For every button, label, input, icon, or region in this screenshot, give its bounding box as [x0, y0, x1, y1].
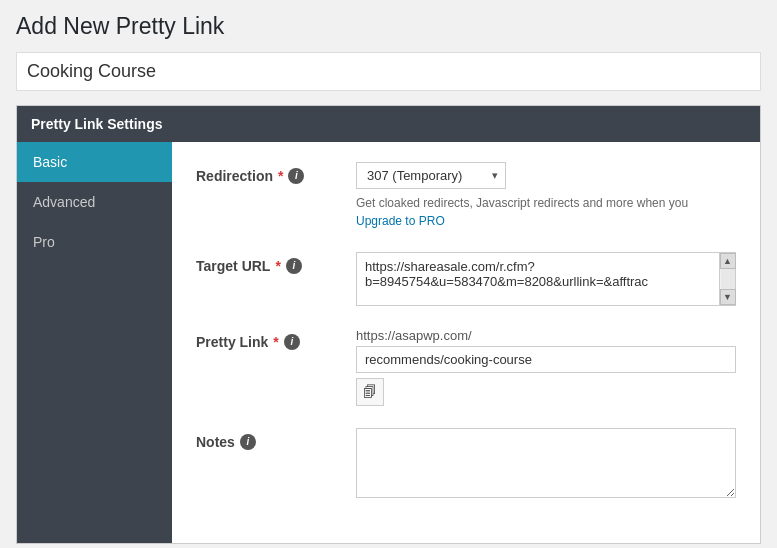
post-title-input[interactable]: [16, 52, 761, 91]
settings-panel: Pretty Link Settings Basic Advanced Pro: [16, 105, 761, 544]
pretty-link-base-url: https://asapwp.com/: [356, 328, 736, 343]
settings-panel-header: Pretty Link Settings: [17, 106, 760, 142]
notes-label: Notes i: [196, 428, 356, 450]
redirection-info-icon[interactable]: i: [288, 168, 304, 184]
target-url-row: Target URL* i https://shareasale.com/r.c…: [196, 252, 736, 306]
notes-control: [356, 428, 736, 501]
target-url-control: https://shareasale.com/r.cfm?b=8945754&u…: [356, 252, 736, 306]
sidebar-item-basic[interactable]: Basic: [17, 142, 172, 182]
redirection-row: Redirection* i 301 (Permanent) 302 (Temp…: [196, 162, 736, 230]
pretty-link-info-icon[interactable]: i: [284, 334, 300, 350]
target-url-info-icon[interactable]: i: [286, 258, 302, 274]
page-title: Add New Pretty Link: [16, 12, 761, 42]
copy-link-button[interactable]: 🗐: [356, 378, 384, 406]
pretty-link-row: Pretty Link* i https://asapwp.com/ 🗐: [196, 328, 736, 406]
upgrade-to-pro-link[interactable]: Upgrade to PRO: [356, 214, 445, 228]
redirection-control: 301 (Permanent) 302 (Temporary) 307 (Tem…: [356, 162, 736, 230]
pretty-link-control: https://asapwp.com/ 🗐: [356, 328, 736, 406]
notes-info-icon[interactable]: i: [240, 434, 256, 450]
scroll-down-btn[interactable]: ▼: [720, 289, 736, 305]
scroll-track: [721, 269, 735, 289]
sidebar-item-pro[interactable]: Pro: [17, 222, 172, 262]
target-url-input[interactable]: https://shareasale.com/r.cfm?b=8945754&u…: [357, 253, 719, 305]
redirection-select-wrapper: 301 (Permanent) 302 (Temporary) 307 (Tem…: [356, 162, 506, 189]
target-url-wrapper: https://shareasale.com/r.cfm?b=8945754&u…: [356, 252, 736, 306]
notes-row: Notes i: [196, 428, 736, 501]
pretty-link-input[interactable]: [356, 346, 736, 373]
redirection-hint: Get cloaked redirects, Javascript redire…: [356, 194, 736, 230]
notes-textarea[interactable]: [356, 428, 736, 498]
form-content: Redirection* i 301 (Permanent) 302 (Temp…: [172, 142, 760, 543]
target-url-scrollbar[interactable]: ▲ ▼: [719, 253, 735, 305]
copy-icon: 🗐: [363, 384, 377, 400]
sidebar-item-advanced[interactable]: Advanced: [17, 182, 172, 222]
scroll-up-btn[interactable]: ▲: [720, 253, 736, 269]
sidebar-nav: Basic Advanced Pro: [17, 142, 172, 543]
redirection-select[interactable]: 301 (Permanent) 302 (Temporary) 307 (Tem…: [356, 162, 506, 189]
redirection-label: Redirection* i: [196, 162, 356, 184]
pretty-link-label: Pretty Link* i: [196, 328, 356, 350]
target-url-label: Target URL* i: [196, 252, 356, 274]
